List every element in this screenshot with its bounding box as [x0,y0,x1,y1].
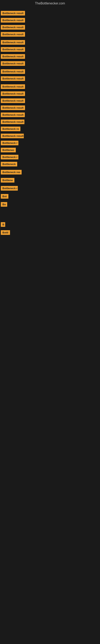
bottleneck-item: Bottleneck result [1,120,24,125]
bottleneck-item: Bottleneck result [1,25,25,30]
bottleneck-label: Bottleneck result [1,120,24,124]
bottleneck-item: Bottleneck res [1,170,22,175]
bottleneck-item: Bottleneck r [1,141,18,146]
bottleneck-label: Bot [1,194,8,199]
bottleneck-label: Bottleneck result [1,25,25,30]
items-container: Bottleneck resultBottleneck resultBottle… [0,7,100,643]
bottleneck-label: Bottleneck result [1,18,25,22]
bottleneck-item: Bo [1,202,7,208]
bottleneck-item: Bottleneck result [1,32,25,38]
bottleneck-label: Bottleneck result [1,69,25,74]
bottleneck-item: Bottleneck result [1,40,25,46]
bottleneck-label: Bottleneck [1,162,17,166]
bottleneck-label: Bottleneck result [1,84,25,89]
bottleneck-label: Bottleneck result [1,61,25,66]
bottleneck-label: Bottleneck result [1,47,25,52]
bottleneck-item: Bottleneck r [1,186,18,192]
bottleneck-label: Bottleneck result [1,98,25,103]
bottleneck-item: B [1,222,5,228]
bottleneck-item: Bottl [1,230,10,236]
bottleneck-item: Bottleneck result [1,112,25,118]
bottleneck-item: Bottleneck result [1,106,25,111]
bottleneck-label: Bottlenec [1,148,16,152]
bottleneck-label: Bottleneck res [1,170,22,174]
bottleneck-label: B [1,222,5,227]
bottleneck-item: Bot [1,194,8,200]
bottleneck-label: Bottlene [1,178,14,182]
bottleneck-item: Bottleneck result [1,76,25,82]
bottleneck-item: Bottleneck result [1,84,25,90]
bottleneck-item: Bottleneck result [1,134,24,139]
bottleneck-item: Bottleneck result [1,11,25,16]
bottleneck-label: Bottleneck result [1,40,25,45]
bottleneck-item: Bottleneck result [1,54,25,60]
bottleneck-label: Bottl [1,230,10,235]
bottleneck-item: Bottleneck r [1,155,18,160]
bottleneck-label: Bottleneck result [1,76,25,81]
bottleneck-item: Bottlene [1,178,14,183]
bottleneck-item: Bottleneck [1,162,17,167]
bottleneck-label: Bottleneck r [1,141,18,145]
site-title: TheBottlenecker.com [0,0,100,7]
bottleneck-label: Bottleneck result [1,32,25,37]
bottleneck-label: Bottleneck result [1,134,24,138]
bottleneck-label: Bo [1,202,7,207]
bottleneck-item: Bottleneck result [1,18,25,23]
bottleneck-label: Bottleneck result [1,106,25,110]
bottleneck-label: Bottleneck r [1,186,18,190]
bottleneck-label: Bottleneck result [1,112,25,117]
bottleneck-item: Bottleneck result [1,61,25,66]
bottleneck-label: Bottleneck result [1,91,25,96]
bottleneck-label: Bottleneck re [1,126,20,131]
bottleneck-item: Bottleneck result [1,69,25,75]
bottleneck-label: Bottleneck result [1,11,25,16]
bottleneck-label: Bottleneck r [1,155,18,160]
bottleneck-label: Bottleneck result [1,54,25,59]
bottleneck-item: Bottleneck result [1,47,25,52]
bottleneck-item: Bottleneck re [1,126,20,132]
bottleneck-item: Bottleneck result [1,98,25,104]
bottleneck-item: Bottleneck result [1,91,25,97]
bottleneck-item: Bottlenec [1,148,16,153]
